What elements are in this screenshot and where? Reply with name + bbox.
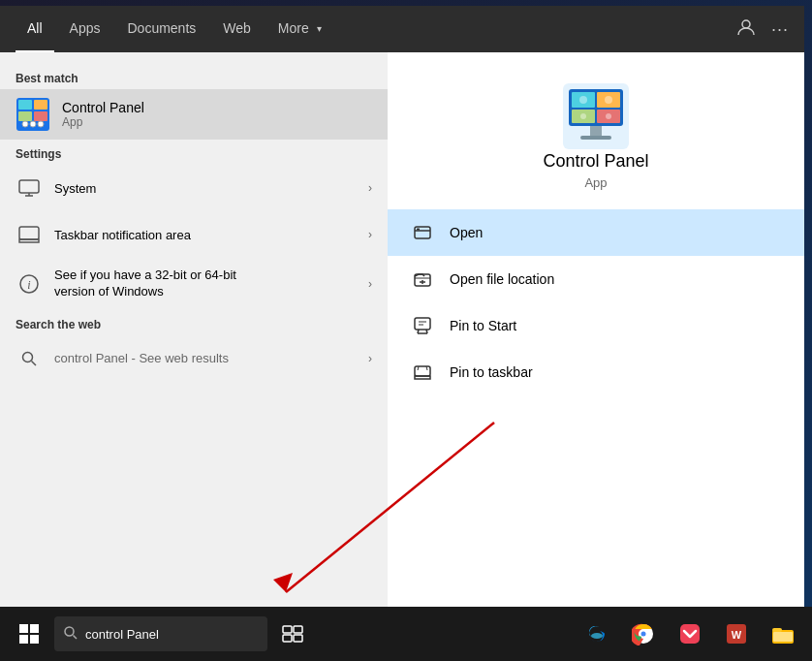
svg-rect-13 — [19, 239, 39, 242]
svg-point-61 — [641, 632, 646, 637]
start-nav: All Apps Documents Web More ▾ — [0, 6, 804, 52]
chevron-down-icon: ▾ — [317, 23, 322, 34]
tab-more[interactable]: More ▾ — [266, 6, 333, 52]
open-location-icon — [411, 268, 434, 291]
svg-rect-5 — [34, 111, 47, 121]
left-panel: Best match — [0, 52, 388, 607]
svg-rect-9 — [19, 180, 39, 193]
svg-text:i: i — [27, 278, 30, 292]
svg-rect-42 — [415, 366, 430, 376]
open-window-icon — [411, 221, 434, 244]
search-icon — [64, 626, 78, 643]
start-menu: All Apps Documents Web More ▾ — [0, 6, 804, 607]
svg-point-0 — [742, 20, 750, 28]
chevron-icon-2: › — [368, 228, 372, 241]
tab-apps[interactable]: Apps — [58, 6, 112, 52]
svg-point-27 — [605, 96, 612, 104]
info-icon: i — [16, 270, 43, 298]
app-name: Control Panel — [543, 151, 648, 172]
wps-icon[interactable]: W — [715, 613, 758, 655]
tab-all[interactable]: All — [16, 6, 54, 52]
svg-rect-4 — [18, 111, 32, 121]
svg-rect-49 — [30, 624, 39, 633]
app-type: App — [584, 175, 607, 190]
taskbar-search-box[interactable] — [54, 616, 267, 651]
chrome-icon[interactable] — [622, 613, 665, 655]
svg-point-26 — [579, 96, 587, 104]
search-input[interactable] — [85, 627, 258, 642]
action-open[interactable]: Open — [388, 209, 804, 256]
svg-point-8 — [38, 121, 44, 127]
settings-item-bitness[interactable]: i See if you have a 32-bit or 64-bitvers… — [0, 258, 388, 310]
taskbar: W — [0, 607, 812, 661]
svg-rect-36 — [415, 318, 430, 330]
svg-point-52 — [65, 627, 74, 636]
svg-line-17 — [32, 361, 37, 365]
svg-point-6 — [22, 121, 28, 127]
svg-rect-12 — [19, 227, 39, 239]
svg-point-29 — [606, 113, 611, 119]
svg-rect-48 — [19, 624, 28, 633]
action-pin-taskbar[interactable]: Pin to taskbar — [388, 349, 804, 395]
chevron-icon: › — [368, 181, 372, 195]
right-panel: Control Panel App Open — [388, 52, 804, 607]
best-match-item[interactable]: Control Panel App — [0, 89, 388, 140]
svg-rect-62 — [680, 624, 700, 644]
action-pin-start[interactable]: Pin to Start — [388, 302, 804, 349]
web-search-label: Search the web — [0, 310, 388, 335]
pocket-icon[interactable] — [669, 613, 711, 655]
file-explorer-icon[interactable] — [762, 613, 804, 655]
svg-rect-24 — [590, 126, 602, 136]
search-web-icon — [16, 345, 43, 372]
svg-line-53 — [74, 635, 78, 639]
tab-documents[interactable]: Documents — [115, 6, 207, 52]
web-search-result[interactable]: control Panel - See web results › — [0, 335, 388, 382]
svg-rect-55 — [294, 626, 302, 633]
action-list: Open Open file location — [388, 209, 804, 395]
tab-web[interactable]: Web — [211, 6, 263, 52]
svg-rect-56 — [283, 635, 292, 642]
edge-icon[interactable] — [576, 613, 618, 655]
pin-taskbar-icon — [411, 361, 434, 384]
app-detail: Control Panel App — [388, 52, 804, 209]
svg-rect-32 — [417, 229, 420, 231]
chevron-icon-3: › — [368, 277, 372, 291]
control-panel-icon-large — [561, 81, 631, 151]
taskbar-icon — [16, 221, 43, 248]
more-options-icon[interactable]: ··· — [771, 19, 789, 40]
start-content: Best match — [0, 52, 804, 607]
svg-point-58 — [591, 633, 603, 639]
feedback-icon[interactable] — [736, 17, 756, 42]
svg-rect-66 — [772, 628, 782, 632]
svg-rect-67 — [773, 632, 793, 642]
action-open-file-location[interactable]: Open file location — [388, 256, 804, 302]
desktop: All Apps Documents Web More ▾ — [0, 0, 812, 661]
settings-item-system[interactable]: System › — [0, 165, 388, 211]
svg-point-16 — [23, 352, 33, 362]
svg-rect-57 — [294, 635, 302, 642]
taskbar-apps: W — [576, 613, 804, 655]
pin-start-icon — [411, 314, 434, 337]
settings-item-taskbar[interactable]: Taskbar notification area › — [0, 211, 388, 258]
start-button[interactable] — [8, 613, 50, 655]
svg-rect-43 — [415, 376, 430, 379]
svg-rect-50 — [19, 635, 28, 644]
svg-text:W: W — [732, 629, 742, 641]
svg-point-28 — [580, 113, 586, 119]
svg-rect-51 — [30, 635, 39, 644]
task-view-button[interactable] — [271, 613, 314, 655]
control-panel-icon-small — [16, 97, 50, 132]
settings-label: Settings — [0, 140, 388, 165]
monitor-icon — [16, 174, 43, 202]
svg-rect-2 — [18, 100, 32, 110]
svg-rect-25 — [580, 136, 611, 140]
best-match-label: Best match — [0, 64, 388, 89]
svg-point-7 — [30, 121, 36, 127]
svg-rect-54 — [283, 626, 292, 633]
best-match-text: Control Panel App — [62, 100, 144, 129]
chevron-icon-4: › — [368, 352, 372, 365]
svg-rect-3 — [34, 100, 47, 110]
